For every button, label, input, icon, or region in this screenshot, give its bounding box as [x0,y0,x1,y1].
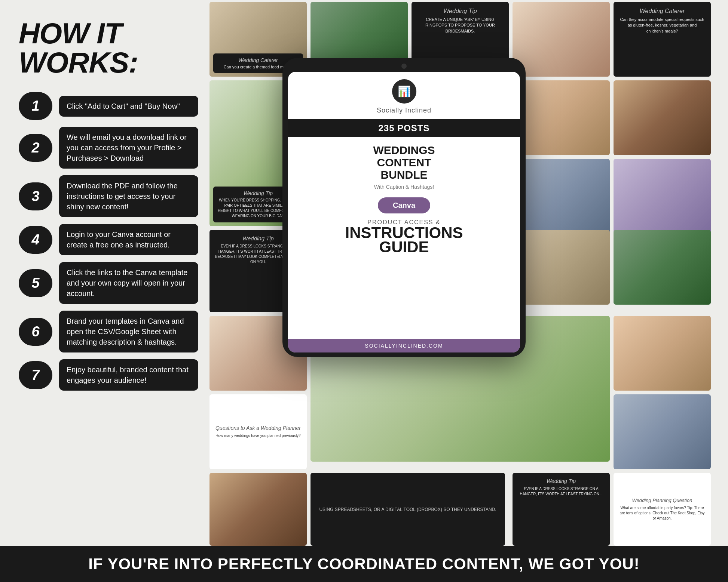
step-bubble-1: 1 [19,92,52,120]
bottom-banner-text: IF YOU'RE INTO PERFECTLY COORDINATED CON… [88,555,639,573]
brand-name: Socially Inclined [377,107,431,114]
step-item-6: 6 Brand your templates in Canva and open… [19,311,198,352]
step-text-5: Click the links to the Canva template an… [67,268,188,298]
step-item-3: 3 Download the PDF and follow the instru… [19,175,198,217]
product-caption: With Caption & Hashtags! [296,184,513,190]
step-number-2: 2 [31,140,39,156]
guide-title: INSTRUCTIONSGUIDE [288,226,520,254]
wedding-tip-card-bottom: Wedding Tip EVEN IF A DRESS LOOKS STRANG… [513,473,610,546]
tip-title-1: Wedding Tip [417,8,503,15]
tablet-screen: 📊 Socially Inclined 235 POSTS WEDDINGSCo… [288,72,520,352]
collage-photo-10 [614,159,711,234]
step-text-box-1: Click "Add to Cart" and "Buy Now" [59,96,198,117]
step-bubble-4: 4 [19,226,52,254]
step-item-7: 7 Enjoy beautiful, branded content that … [19,359,198,391]
step-number-6: 6 [31,324,39,340]
collage-photo-7 [513,80,610,155]
question-card-2: Questions to Ask a Wedding Planner How m… [209,394,307,469]
step-text-box-7: Enjoy beautiful, branded content that en… [59,359,198,391]
step-text-box-2: We will email you a download link or you… [59,127,198,169]
step-bubble-7: 7 [19,361,52,389]
q2-body: How many weddings have you planned previ… [215,433,302,438]
step-number-7: 7 [31,367,39,383]
step-number-5: 5 [31,275,39,291]
collage-photo-12 [513,230,610,305]
tablet-footer: SOCIALLYINCLINED.COM [288,339,520,352]
canva-label: Canva [393,201,415,209]
canva-badge: Canva [378,197,430,213]
step-item-1: 1 Click "Add to Cart" and "Buy Now" [19,92,198,120]
collage-photo-18 [614,394,711,469]
step-text-box-6: Brand your templates in Canva and open t… [59,311,198,352]
tip4-body: EVEN IF A DRESS LOOKS STRANGE ON A HANGE… [518,486,605,497]
step-bubble-3: 3 [19,182,52,210]
caterer-body: Can they accommodate special requests su… [620,17,705,34]
step-bubble-5: 5 [19,269,52,297]
tablet-brand-header: 📊 Socially Inclined [288,72,520,116]
chart-icon: 📊 [398,85,411,98]
step-item-5: 5 Click the links to the Canva template … [19,262,198,304]
step-number-1: 1 [31,98,39,114]
brand-logo-circle: 📊 [392,79,416,104]
product-title-area: WEDDINGSContentBundle With Caption & Has… [288,140,520,192]
collage-photo-8 [614,80,711,155]
posts-count-text: 235 POSTS [378,123,429,133]
step-text-6: Brand your templates in Canva and open t… [67,317,184,346]
collage-photo-16 [614,316,711,391]
collage-photo-9 [513,159,610,234]
collage-photo-19 [209,473,307,546]
q2-title: Questions to Ask a Wedding Planner [215,425,302,431]
step-text-box-4: Login to your Canva account or create a … [59,224,198,255]
step-number-4: 4 [31,232,39,248]
bottom-banner: IF YOU'RE INTO PERFECTLY COORDINATED CON… [0,546,728,582]
pq-body: What are some affordable party favors? T… [619,505,706,521]
step-text-3: Download the PDF and follow the instruct… [67,182,178,211]
step-bubble-2: 2 [19,134,52,162]
step-item-4: 4 Login to your Canva account or create … [19,224,198,255]
caterer-title: Wedding Caterer [620,8,705,15]
step-text-2: We will email you a download link or you… [67,133,187,162]
step-text-1: Click "Add to Cart" and "Buy Now" [67,102,180,110]
tablet-mockup: 📊 Socially Inclined 235 POSTS WEDDINGSCo… [282,58,526,357]
main-title: HOW IT WORKS: [19,19,198,77]
product-main-title: WEDDINGSContentBundle [296,144,513,181]
collage-photo-13 [614,230,711,305]
step-text-box-5: Click the links to the Canva template an… [59,262,198,304]
bottom-dark-text-card: USING SPREADSHEETS, OR A DIGITAL TOOL (D… [311,473,505,546]
left-panel: HOW IT WORKS: 1 Click "Add to Cart" and … [0,0,213,402]
dark-card-text: USING SPREADSHEETS, OR A DIGITAL TOOL (D… [316,507,499,512]
planning-q-card: Wedding Planning Question What are some … [614,473,711,546]
step-number-3: 3 [31,188,39,204]
collage-container: Wedding Caterer Can you create a themed … [208,0,728,546]
step-item-2: 2 We will email you a download link or y… [19,127,198,169]
step-text-box-3: Download the PDF and follow the instruct… [59,175,198,217]
steps-list: 1 Click "Add to Cart" and "Buy Now" 2 We… [19,92,198,391]
tip-body-1: CREATE A UNIQUE 'ASK' BY USING RINGPOPS … [417,17,503,34]
collage-card-caterer: Wedding Caterer Can they accommodate spe… [614,2,711,77]
step-bubble-6: 6 [19,318,52,346]
posts-count-bar: 235 POSTS [288,119,520,137]
collage-photo-4 [513,2,610,77]
tip4-title: Wedding Tip [518,478,605,484]
tablet-camera [401,64,407,69]
step-text-7: Enjoy beautiful, branded content that en… [67,366,189,384]
pq-title: Wedding Planning Question [619,498,706,503]
step-text-4: Login to your Canva account or create a … [67,230,171,249]
